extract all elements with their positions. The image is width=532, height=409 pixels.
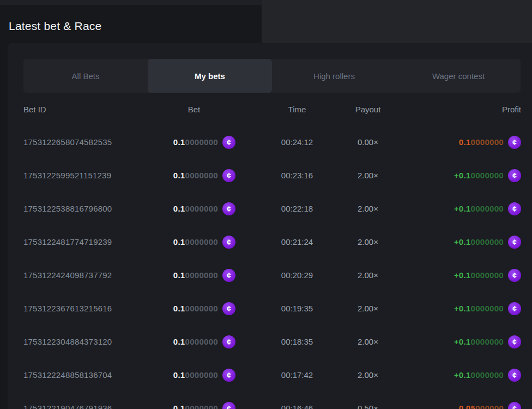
bet-amount-zeros: 0000000 (185, 171, 219, 180)
bet-id-value: 1753122658074582535 (23, 137, 153, 147)
bet-amount-zeros: 0000000 (185, 204, 219, 213)
bet-amount-zeros: 0000000 (185, 304, 219, 313)
profit-significant: +0.1 (454, 171, 471, 180)
profit-amount-text: 0.05000000 (459, 404, 504, 409)
table-row[interactable]: 17531225388167968000.10000000¢00:22:182.… (23, 192, 521, 225)
coin-icon: ¢ (508, 236, 521, 249)
column-header-time: Time (262, 105, 332, 114)
bet-id-value: 1753122599521151239 (23, 171, 153, 180)
profit-zeros: 0000000 (471, 370, 504, 380)
coin-icon: ¢ (222, 236, 235, 249)
bet-payout-multiplier: 2.00× (332, 270, 403, 280)
profit-zeros: 0000000 (471, 270, 504, 280)
bet-profit: +0.10000000¢ (403, 236, 521, 249)
bet-id-value: 1753122304884373120 (23, 337, 153, 346)
bet-amount-significant: 0.1 (173, 270, 185, 280)
coin-icon: ¢ (508, 202, 521, 215)
bet-profit: +0.10000000¢ (403, 302, 521, 315)
bet-amount-text: 0.10000000 (173, 137, 218, 147)
profit-significant: +0.1 (454, 337, 471, 346)
bet-profit: +0.10000000¢ (403, 269, 521, 282)
bet-amount-zeros: 0000000 (185, 337, 219, 346)
table-row[interactable]: 17531221904767919360.10000000¢00:16:460.… (23, 392, 521, 409)
bet-time: 00:20:29 (262, 270, 332, 280)
table-row[interactable]: 17531225995211512390.10000000¢00:23:162.… (23, 159, 521, 192)
bet-amount-significant: 0.1 (173, 171, 185, 180)
bet-amount: 0.10000000¢ (153, 269, 235, 282)
page-title: Latest bet & Race (9, 20, 101, 33)
latest-bets-panel: All BetsMy betsHigh rollersWager contest… (8, 43, 532, 409)
bet-amount-zeros: 0000000 (185, 270, 219, 280)
coin-icon: ¢ (222, 302, 235, 315)
tab-my-bets[interactable]: My bets (148, 59, 272, 93)
profit-significant: +0.1 (454, 270, 471, 280)
bet-time: 00:19:35 (262, 304, 332, 313)
bet-profit: +0.10000000¢ (403, 202, 521, 215)
profit-significant: 0.1 (459, 137, 471, 147)
profit-zeros: 000000 (475, 404, 504, 409)
bet-amount: 0.10000000¢ (153, 402, 235, 409)
profit-amount-text: +0.10000000 (454, 370, 504, 380)
bet-time: 00:24:12 (262, 137, 332, 147)
bet-amount-zeros: 0000000 (185, 237, 219, 246)
bet-profit: +0.10000000¢ (403, 335, 521, 348)
bet-amount-text: 0.10000000 (173, 337, 218, 346)
profit-zeros: 0000000 (471, 337, 504, 346)
bet-amount-zeros: 0000000 (185, 137, 219, 147)
bet-amount-text: 0.10000000 (173, 171, 218, 180)
profit-zeros: 0000000 (471, 204, 504, 213)
tab-all-bets[interactable]: All Bets (23, 59, 148, 93)
table-row[interactable]: 17531223676132156160.10000000¢00:19:352.… (23, 292, 521, 325)
coin-icon: ¢ (222, 136, 235, 149)
table-row[interactable]: 17531224817747192390.10000000¢00:21:242.… (23, 225, 521, 258)
coin-icon: ¢ (222, 202, 235, 215)
bet-id-value: 1753122424098737792 (23, 270, 153, 280)
bet-id-value: 1753122538816796800 (23, 204, 153, 213)
bet-amount: 0.10000000¢ (153, 169, 235, 182)
column-header-profit: Profit (403, 105, 521, 114)
coin-icon: ¢ (222, 402, 235, 409)
bet-id-value: 1753122481774719239 (23, 237, 153, 246)
bet-amount-text: 0.10000000 (173, 204, 218, 213)
coin-icon: ¢ (508, 269, 521, 282)
table-row[interactable]: 17531222488581367040.10000000¢00:17:422.… (23, 358, 521, 392)
bet-amount-zeros: 0000000 (185, 404, 219, 409)
bet-id-value: 1753122248858136704 (23, 370, 153, 380)
bet-amount-significant: 0.1 (173, 137, 185, 147)
coin-icon: ¢ (508, 369, 521, 382)
column-header-payout: Payout (332, 105, 403, 114)
bet-time: 00:21:24 (262, 237, 332, 246)
bet-payout-multiplier: 2.00× (332, 237, 403, 246)
table-header-row: Bet ID Bet Time Payout Profit (23, 93, 521, 125)
bet-payout-multiplier: 2.00× (332, 337, 403, 346)
profit-amount-text: +0.10000000 (454, 270, 504, 280)
bet-amount: 0.10000000¢ (153, 335, 235, 348)
profit-zeros: 0000000 (471, 171, 504, 180)
coin-icon: ¢ (508, 136, 521, 149)
bet-profit: 0.05000000¢ (403, 402, 521, 409)
tab-wager-contest[interactable]: Wager contest (396, 59, 521, 93)
profit-zeros: 0000000 (471, 137, 504, 147)
bet-amount-significant: 0.1 (173, 304, 185, 313)
tab-high-rollers[interactable]: High rollers (272, 59, 396, 93)
coin-icon: ¢ (222, 335, 235, 348)
bet-payout-multiplier: 0.50× (332, 404, 403, 409)
bet-profit: +0.10000000¢ (403, 369, 521, 382)
upper-section-edge (262, 0, 532, 43)
coin-icon: ¢ (508, 169, 521, 182)
coin-icon: ¢ (508, 302, 521, 315)
profit-significant: +0.1 (454, 304, 471, 313)
table-row[interactable]: 17531226580745825350.10000000¢00:24:120.… (23, 125, 521, 159)
table-row[interactable]: 17531224240987377920.10000000¢00:20:292.… (23, 258, 521, 292)
bet-time: 00:18:35 (262, 337, 332, 346)
bet-amount-significant: 0.1 (173, 337, 185, 346)
profit-zeros: 0000000 (471, 304, 504, 313)
profit-significant: 0.05 (459, 404, 475, 409)
coin-icon: ¢ (508, 402, 521, 409)
bet-amount-significant: 0.1 (173, 404, 185, 409)
bet-amount: 0.10000000¢ (153, 136, 235, 149)
profit-amount-text: +0.10000000 (454, 304, 504, 313)
table-row[interactable]: 17531223048843731200.10000000¢00:18:352.… (23, 325, 521, 358)
profit-significant: +0.1 (454, 237, 471, 246)
bet-payout-multiplier: 2.00× (332, 204, 403, 213)
